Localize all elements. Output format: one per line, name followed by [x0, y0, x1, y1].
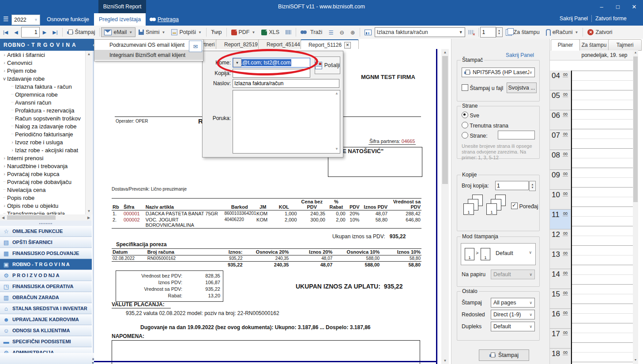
module-opsti-sifarnici[interactable]: ▤OPŠTI ŠIFARNICI: [0, 237, 92, 248]
print-to-file-checkbox[interactable]: Štampaj u fajl: [462, 84, 503, 91]
minimize-button[interactable]: –: [595, 2, 608, 11]
tab-report-51126[interactable]: Report_51126 ✕: [301, 39, 359, 50]
tree-item-interni-prenosi[interactable]: ›Interni prenosi: [0, 154, 85, 162]
tree-item-artikli[interactable]: ›Artikli i šifarnici: [0, 51, 85, 59]
scroll-down-icon[interactable]: ▼: [86, 208, 92, 214]
copies-spinner[interactable]: ▲▼: [496, 27, 503, 37]
tree-item-otpremnica[interactable]: ┈Otpremnica robe: [0, 90, 85, 98]
clear-grid-button[interactable]: [465, 28, 477, 36]
module-finansijsko-poslovanje[interactable]: ▦FINANSIJSKO POSLOVANJE: [0, 248, 92, 259]
tree-item-periodicno[interactable]: ┈Periodično fakturisanje: [0, 130, 85, 138]
scrollbar-thumb[interactable]: [633, 56, 638, 202]
tab-close-icon[interactable]: ✕: [344, 42, 351, 49]
hide-panel-link[interactable]: Sakrij Panel: [506, 52, 534, 58]
scroll-down-icon[interactable]: ▼: [633, 358, 638, 364]
close-button[interactable]: ✕: [628, 2, 641, 11]
print-button[interactable]: Štampaj: [64, 27, 98, 37]
copies-input[interactable]: [495, 181, 529, 190]
tree-item-avansni-racun[interactable]: ┈Avansni račun: [0, 98, 85, 106]
app-tab-biznisoft-report[interactable]: BizniSoft Report: [98, 0, 146, 13]
scrollbar-thumb[interactable]: [442, 56, 448, 184]
tree-vertical-scrollbar[interactable]: ▲ ▼: [85, 51, 92, 214]
module-omiljene-funkcije[interactable]: ☆OMILJENE FUNKCIJE: [0, 226, 92, 237]
tree-item-otpis-robe[interactable]: ›Otpis robe u objektu: [0, 202, 85, 210]
first-page-button[interactable]: |◀: [0, 28, 11, 37]
prev-page-button[interactable]: ◀: [11, 28, 21, 37]
for-print-button[interactable]: Za štampu: [503, 27, 543, 38]
xls-export-button[interactable]: XLS: [258, 27, 282, 37]
scroll-down-icon[interactable]: ▼: [441, 357, 449, 364]
sign-button[interactable]: Potpiši▼: [168, 27, 204, 37]
mode-preview-box[interactable]: 1 > 1 Default ∨: [461, 243, 536, 265]
tree-item-prijem-robe[interactable]: ›Prijem robe: [0, 67, 85, 75]
tab-osnovne-funkcije[interactable]: Osnovne funkcije: [43, 13, 93, 26]
tab-planer[interactable]: Planer: [551, 39, 580, 51]
report-type-selector[interactable]: Izlazna faktura/račun ▼: [375, 27, 465, 37]
copies-input[interactable]: [480, 27, 496, 38]
menu-item-os-email-client[interactable]: Podrazumevani OS email klijent: [94, 40, 203, 50]
einvoices-button[interactable]: eRačuni▼: [543, 27, 582, 38]
tree-item-izlaz-rabat[interactable]: ›Izlaz robe - akcijski rabat: [0, 146, 85, 154]
tree-item-narudzbine[interactable]: ›Narudžbine i trebovanja: [0, 162, 85, 170]
hide-panel-link[interactable]: Sakrij Panel: [560, 15, 588, 22]
last-page-button[interactable]: ▶|: [49, 28, 60, 37]
email-button[interactable]: eMail▼: [101, 27, 135, 37]
copies-spinner[interactable]: ▲▼: [529, 181, 536, 191]
module-finansijska-operativa[interactable]: ◳FINANSIJSKA OPERATIVA: [0, 281, 92, 292]
tree-horizontal-scrollbar[interactable]: ◀ ▶: [0, 214, 92, 221]
module-obracun-zarada[interactable]: ▥OBRAČUN ZARADA: [0, 292, 92, 303]
module-stalna-sredstva[interactable]: ⌂STALNA SREDSTVA I INVENTAR: [0, 303, 92, 314]
paper-selector[interactable]: Default ∨: [491, 270, 535, 279]
scroll-down-icon[interactable]: ▼: [334, 147, 339, 152]
order-selector[interactable]: Direct (1-9)∨: [491, 310, 535, 319]
maximize-button[interactable]: □: [611, 2, 624, 11]
tab-tajmeri[interactable]: Tajmeri: [608, 39, 642, 51]
module-specificni-podsistemi[interactable]: ▬SPECIFIČNI PODSISTEMI: [0, 336, 92, 347]
close-forms-link[interactable]: Zatvori forme: [595, 15, 627, 22]
printer-selector[interactable]: NPI75FA35 (HP LaserJ ∨: [462, 68, 535, 77]
print-what-selector[interactable]: All pages∨: [491, 298, 535, 308]
current-page-radio[interactable]: Trenutna strana: [462, 122, 508, 129]
document-vertical-scrollbar[interactable]: ▲ ▼: [441, 49, 449, 364]
tree-item-racun-troskova[interactable]: ┈Račun sopstvenih troškov: [0, 114, 85, 122]
scroll-up-icon[interactable]: ▲: [334, 91, 339, 97]
module-robno-trgovina[interactable]: ▣ROBNO - T R G O V I N A: [0, 259, 92, 270]
scroll-up-icon[interactable]: ▲: [441, 49, 449, 56]
cyrillic-button[interactable]: Ћир: [208, 27, 225, 37]
planner-schedule-grid[interactable]: [571, 71, 634, 364]
close-report-button[interactable]: ✕ Zatvori: [584, 27, 615, 37]
module-proizvodnja[interactable]: ⚙P R O I Z V O D NJ A: [0, 270, 92, 281]
duplex-selector[interactable]: Default∨: [491, 322, 535, 331]
tree-item-izdavanje-robe[interactable]: vIzdavanje robe: [0, 75, 85, 83]
pdf-export-button[interactable]: PDF▼: [228, 27, 259, 37]
scroll-up-icon[interactable]: ▲: [86, 51, 92, 57]
find-button[interactable]: Traži: [297, 27, 325, 37]
outline-button[interactable]: ☰: [325, 27, 336, 38]
save-button[interactable]: Snimi▼: [135, 27, 168, 37]
tree-item-nivelacija[interactable]: ┈Nivelacija cena: [0, 186, 85, 194]
send-button[interactable]: Pošalji: [315, 56, 340, 74]
grid-view-button[interactable]: [282, 28, 294, 36]
tree-item-povracaj-dobavljacu[interactable]: ┈Povraćaj robe dobavljaču: [0, 178, 85, 186]
all-pages-radio[interactable]: Sve: [462, 112, 479, 119]
menu-item-biznisoft-email-client[interactable]: Integrisani BizniSoft email klijent: [94, 50, 203, 60]
sidebar-splitter[interactable]: ▪▪▪▪▪▪▪▪: [0, 221, 92, 226]
tree-item-nalog-izdavanje[interactable]: ┈Nalog za izdavanje robe: [0, 122, 85, 130]
page-range-input[interactable]: [498, 131, 535, 139]
scroll-up-icon[interactable]: ▲: [633, 51, 638, 56]
scrollbar-thumb[interactable]: [7, 215, 56, 220]
properties-button[interactable]: Svojstva ...: [507, 83, 537, 93]
scroll-left-icon[interactable]: ◀: [0, 216, 6, 220]
tree-item-povracaj-kupca[interactable]: ›Povraćaj robe kupca: [0, 170, 85, 178]
scroll-right-icon[interactable]: ▶: [86, 216, 92, 220]
collate-checkbox[interactable]: Poređaj: [511, 203, 538, 210]
zoom-out-button[interactable]: ⊖: [337, 27, 347, 38]
page-number-input[interactable]: [21, 27, 40, 38]
planner-scrollbar[interactable]: ▲ ▼: [633, 50, 638, 364]
tree-item-cenovnici[interactable]: ›Cenovnici: [0, 59, 85, 67]
tab-pretraga[interactable]: Pretraga: [147, 13, 181, 26]
tree-item-transformacije[interactable]: ┈Transformacije artikala: [0, 210, 85, 214]
page-range-radio[interactable]: Strane:: [462, 132, 488, 139]
zoom-in-button[interactable]: ⊕: [347, 27, 358, 38]
tree-item-izlazna-faktura[interactable]: ┈Izlazna faktura - račun: [0, 83, 85, 90]
